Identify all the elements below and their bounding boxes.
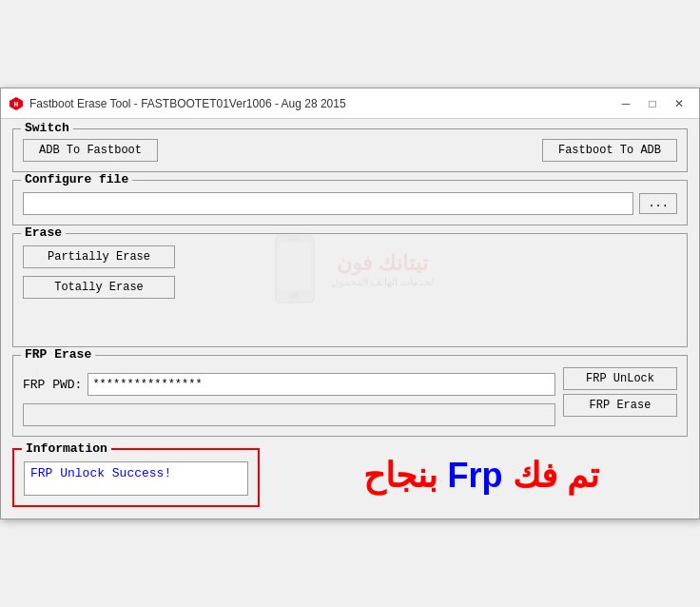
arabic-frp: Frp bbox=[448, 456, 503, 495]
arabic-success-text: تم فك Frp بنجاح bbox=[275, 456, 688, 496]
frp-buttons: FRP UnLock FRP Erase bbox=[563, 367, 677, 426]
frp-second-row bbox=[23, 400, 555, 426]
frp-unlock-button[interactable]: FRP UnLock bbox=[563, 367, 677, 390]
erase-group-label: Erase bbox=[21, 225, 66, 240]
switch-row: ADB To Fastboot Fastboot To ADB bbox=[23, 135, 677, 162]
information-content: FRP Unlock Success! bbox=[24, 461, 248, 496]
frp-pwd-label: FRP PWD: bbox=[23, 378, 82, 392]
main-window: H Fastboot Erase Tool - FASTBOOTET01Ver1… bbox=[0, 88, 700, 519]
switch-group: Switch ADB To Fastboot Fastboot To ADB bbox=[12, 128, 688, 172]
frp-erase-group: FRP Erase FRP PWD: FRP UnLock FRP Erase bbox=[12, 355, 688, 437]
maximize-button[interactable]: □ bbox=[640, 94, 665, 113]
frp-erase-label: FRP Erase bbox=[21, 347, 95, 362]
erase-content: تيتانك فون لخدمات الهاتف المحمول Partial… bbox=[23, 240, 677, 299]
erase-group: Erase تيتانك فون لخدمات bbox=[12, 233, 688, 347]
main-content: Switch ADB To Fastboot Fastboot To ADB C… bbox=[1, 119, 699, 519]
frp-inputs: FRP PWD: bbox=[23, 367, 555, 426]
bottom-row: Information FRP Unlock Success! تم فك Fr… bbox=[12, 444, 688, 507]
totally-erase-button[interactable]: Totally Erase bbox=[23, 276, 175, 299]
close-button[interactable]: ✕ bbox=[667, 94, 691, 113]
frp-pwd-input[interactable] bbox=[88, 373, 555, 396]
partially-erase-button[interactable]: Partially Erase bbox=[23, 245, 175, 268]
fastboot-to-adb-button[interactable]: Fastboot To ADB bbox=[542, 139, 677, 162]
browse-button[interactable]: ... bbox=[639, 193, 677, 214]
frp-main-row: FRP PWD: FRP UnLock FRP Erase bbox=[23, 362, 677, 426]
information-text: FRP Unlock Success! bbox=[30, 466, 171, 480]
configure-file-label: Configure file bbox=[21, 172, 132, 186]
frp-pwd-row: FRP PWD: bbox=[23, 367, 555, 396]
frp-erase-button[interactable]: FRP Erase bbox=[563, 394, 677, 417]
arabic-part2: بنجاح bbox=[363, 456, 447, 495]
minimize-button[interactable]: ─ bbox=[613, 94, 638, 113]
titlebar: H Fastboot Erase Tool - FASTBOOTET01Ver1… bbox=[1, 88, 699, 119]
titlebar-left: H Fastboot Erase Tool - FASTBOOTET01Ver1… bbox=[9, 96, 346, 111]
configure-file-input[interactable] bbox=[23, 192, 633, 215]
arabic-part1: تم فك bbox=[503, 456, 599, 495]
app-icon: H bbox=[9, 96, 24, 111]
window-title: Fastboot Erase Tool - FASTBOOTET01Ver100… bbox=[29, 97, 346, 110]
information-label: Information bbox=[22, 441, 111, 456]
configure-row: ... bbox=[23, 186, 677, 215]
adb-to-fastboot-button[interactable]: ADB To Fastboot bbox=[23, 139, 158, 162]
switch-group-label: Switch bbox=[21, 121, 73, 135]
erase-section: Partially Erase Totally Erase bbox=[23, 240, 677, 299]
configure-file-group: Configure file ... bbox=[12, 180, 688, 225]
svg-text:H: H bbox=[14, 100, 19, 108]
information-group: Information FRP Unlock Success! bbox=[12, 448, 260, 507]
frp-second-input bbox=[23, 403, 555, 426]
titlebar-controls: ─ □ ✕ bbox=[613, 94, 691, 113]
